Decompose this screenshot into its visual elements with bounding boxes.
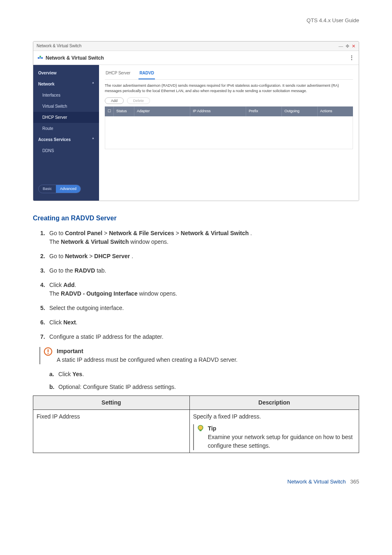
step-5: 5. Select the outgoing interface. bbox=[40, 304, 359, 312]
important-text: A static IP address must be configured w… bbox=[57, 356, 238, 364]
step-4: 4. Click Add. The RADVD - Outgoing Inter… bbox=[40, 281, 359, 298]
svg-point-6 bbox=[48, 353, 49, 354]
settings-table: Setting Description Fixed IP Address Spe… bbox=[33, 395, 359, 453]
sidebar-access-services[interactable]: Access Services ˄ bbox=[33, 134, 99, 145]
step-2: 2. Go to Network > DHCP Server . bbox=[40, 252, 359, 261]
add-button[interactable]: Add bbox=[105, 97, 124, 104]
col-checkbox[interactable]: ☐ bbox=[105, 106, 114, 116]
cell-description: Specify a fixed IP address. Tip Examine … bbox=[189, 410, 359, 453]
close-icon[interactable]: ✕ bbox=[352, 43, 355, 50]
important-callout: Important A static IP address must be co… bbox=[39, 347, 359, 364]
tip-title: Tip bbox=[208, 424, 355, 433]
chevron-up-icon: ˄ bbox=[92, 136, 94, 143]
minimize-icon[interactable]: — bbox=[339, 43, 343, 50]
delete-button[interactable]: Delete bbox=[127, 97, 150, 104]
svg-point-7 bbox=[198, 426, 203, 430]
col-status: Status bbox=[114, 106, 134, 116]
svg-rect-8 bbox=[199, 430, 201, 431]
sidebar-interfaces[interactable]: Interfaces bbox=[33, 90, 99, 101]
table-body-empty bbox=[105, 116, 353, 149]
step-7: 7. Configure a static IP address for the… bbox=[40, 333, 359, 341]
sidebar-network[interactable]: Network ˄ bbox=[33, 79, 99, 90]
chevron-up-icon: ˄ bbox=[92, 81, 94, 87]
content-area: DHCP Server RADVD The router advertiseme… bbox=[99, 65, 359, 201]
sidebar: Overview Network ˄ Interfaces Virtual Sw… bbox=[33, 65, 99, 201]
tip-text: Examine your network setup for guidance … bbox=[208, 433, 355, 450]
expand-icon[interactable]: ✥ bbox=[346, 43, 349, 50]
toggle-basic[interactable]: Basic bbox=[39, 185, 56, 193]
window-title: Network & Virtual Switch bbox=[37, 43, 81, 49]
step-1: 1. Go to Control Panel > Network & File … bbox=[40, 229, 359, 246]
col-prefix: Prefix bbox=[246, 106, 282, 116]
col-adapter: Adapter bbox=[134, 106, 190, 116]
th-description: Description bbox=[189, 396, 359, 410]
mode-toggle[interactable]: Basic Advanced bbox=[38, 185, 81, 194]
footer-section: Network & Virtual Switch bbox=[287, 479, 346, 485]
footer-page: 365 bbox=[350, 479, 359, 485]
sidebar-overview[interactable]: Overview bbox=[33, 67, 99, 79]
col-actions: Actions bbox=[318, 106, 353, 116]
tab-dhcp-server[interactable]: DHCP Server bbox=[105, 68, 131, 79]
col-outgoing: Outgoing bbox=[282, 106, 318, 116]
col-ip: IP Address bbox=[190, 106, 246, 116]
svg-point-1 bbox=[38, 57, 39, 59]
table-row: Fixed IP Address Specify a fixed IP addr… bbox=[33, 410, 359, 453]
sidebar-network-label: Network bbox=[38, 81, 54, 87]
substep-b: b. Optional: Configure Static IP address… bbox=[49, 383, 359, 391]
sidebar-ddns[interactable]: DDNS bbox=[33, 145, 99, 156]
more-icon[interactable]: ⋮ bbox=[349, 53, 355, 62]
sidebar-route[interactable]: Route bbox=[33, 123, 99, 134]
page-footer: Network & Virtual Switch 365 bbox=[33, 478, 359, 486]
tab-radvd[interactable]: RADVD bbox=[138, 68, 155, 79]
sidebar-access-label: Access Services bbox=[38, 136, 71, 143]
important-icon bbox=[44, 347, 53, 356]
section-heading: Creating an RADVD Server bbox=[33, 213, 359, 223]
app-window: Network & Virtual Switch — ✥ ✕ Network &… bbox=[33, 41, 359, 201]
tip-icon bbox=[196, 424, 205, 432]
app-title: Network & Virtual Switch bbox=[46, 54, 104, 62]
th-setting: Setting bbox=[33, 396, 190, 410]
window-controls: — ✥ ✕ bbox=[339, 43, 355, 50]
step-3: 3. Go to the RADVD tab. bbox=[40, 266, 359, 275]
table-header: ☐ Status Adapter IP Address Prefix Outgo… bbox=[105, 106, 353, 116]
sidebar-virtual-switch[interactable]: Virtual Switch bbox=[33, 101, 99, 112]
guide-title: QTS 4.4.x User Guide bbox=[33, 16, 359, 25]
cell-setting: Fixed IP Address bbox=[33, 410, 190, 453]
svg-rect-5 bbox=[48, 349, 48, 352]
toggle-advanced[interactable]: Advanced bbox=[56, 185, 81, 193]
tip-callout: Tip Examine your network setup for guida… bbox=[193, 424, 355, 450]
svg-rect-3 bbox=[39, 56, 41, 57]
svg-point-2 bbox=[41, 57, 43, 59]
radvd-description: The router advertisement daemon (RADVD) … bbox=[105, 83, 353, 93]
app-icon bbox=[37, 55, 43, 61]
substep-a: a. Click Yes. bbox=[49, 370, 359, 379]
sidebar-dhcp-server[interactable]: DHCP Server bbox=[33, 112, 99, 123]
step-6: 6. Click Next. bbox=[40, 318, 359, 327]
important-title: Important bbox=[57, 347, 238, 356]
